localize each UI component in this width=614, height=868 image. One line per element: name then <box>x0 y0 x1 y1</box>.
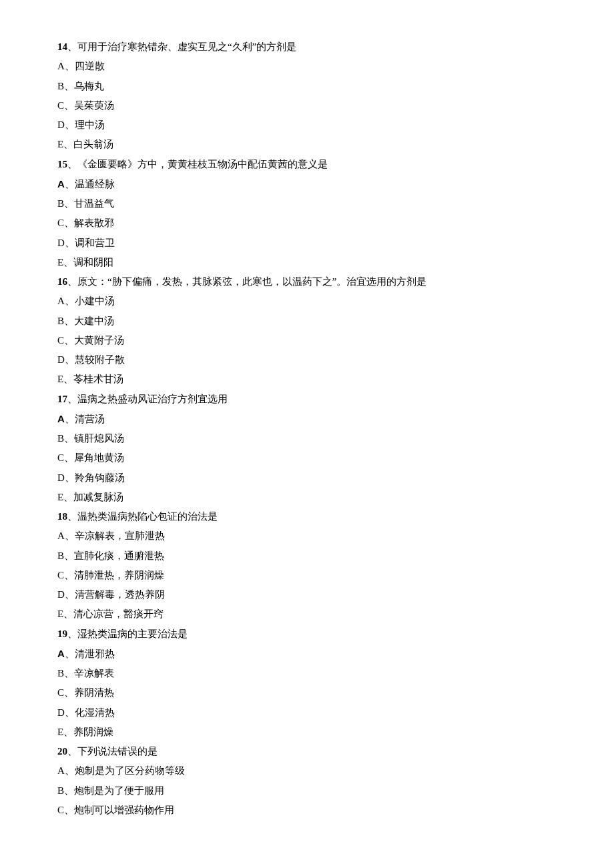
option-text: 大建中汤 <box>74 316 114 326</box>
answer-option: A、清营汤 <box>57 409 557 429</box>
separator: 、 <box>67 628 77 639</box>
question-number: 19 <box>57 628 67 639</box>
question-text: 下列说法错误的是 <box>77 746 158 757</box>
separator: 、 <box>65 238 75 248</box>
answer-option: E、加减复脉汤 <box>57 488 557 507</box>
question-stem: 19、湿热类温病的主要治法是 <box>57 624 557 644</box>
question-text: 《金匮要略》方中，黄黄桂枝五物汤中配伍黄茜的意义是 <box>77 159 328 169</box>
option-letter: D <box>57 589 65 600</box>
question-text: 湿热类温病的主要治法是 <box>77 628 188 639</box>
option-letter: C <box>57 452 64 463</box>
separator: 、 <box>65 61 75 71</box>
separator: 、 <box>64 218 74 228</box>
option-letter: C <box>57 570 64 580</box>
option-text: 炮制可以增强药物作用 <box>74 805 174 815</box>
question-number: 17 <box>57 394 67 404</box>
option-text: 炮制是为了区分药物等级 <box>75 765 185 776</box>
separator: 、 <box>64 198 74 209</box>
separator: 、 <box>64 550 74 561</box>
separator: 、 <box>63 374 73 384</box>
option-text: 宣肺化痰，通腑泄热 <box>74 550 164 561</box>
question-text: 原文：“胁下偏痛，发热，其脉紧弦，此寒也，以温药下之”。治宜选用的方剂是 <box>77 276 426 287</box>
separator: 、 <box>64 100 74 111</box>
option-text: 小建中汤 <box>75 296 115 306</box>
answer-option: A、清泄邪热 <box>57 644 557 664</box>
answer-option: C、大黄附子汤 <box>57 331 557 350</box>
option-letter: E <box>57 139 63 149</box>
option-text: 调和阴阳 <box>73 257 113 268</box>
answer-option: E、调和阴阳 <box>57 253 557 272</box>
option-letter: C <box>57 687 64 698</box>
separator: 、 <box>63 139 73 149</box>
separator: 、 <box>65 296 75 306</box>
separator: 、 <box>64 81 74 91</box>
separator: 、 <box>67 159 77 169</box>
separator: 、 <box>67 746 77 757</box>
option-text: 甘温益气 <box>74 198 114 209</box>
answer-option: B、镇肝熄风汤 <box>57 429 557 448</box>
option-letter: E <box>57 257 63 268</box>
separator: 、 <box>64 687 74 698</box>
answer-option: A、温通经脉 <box>57 174 557 194</box>
answer-option: C、犀角地黄汤 <box>57 448 557 468</box>
option-letter: A <box>57 530 65 541</box>
answer-option: D、羚角钩藤汤 <box>57 468 557 488</box>
separator: 、 <box>63 492 73 502</box>
separator: 、 <box>65 354 75 365</box>
option-text: 乌梅丸 <box>74 81 104 91</box>
answer-option: D、理中汤 <box>57 115 557 135</box>
option-text: 调和营卫 <box>75 238 115 248</box>
answer-option: A、小建中汤 <box>57 292 557 311</box>
answer-option: B、甘温益气 <box>57 194 557 213</box>
option-letter: B <box>57 433 64 444</box>
option-text: 慧较附子散 <box>75 354 125 365</box>
option-letter: A <box>57 61 65 71</box>
question-number: 14 <box>57 41 67 52</box>
option-letter: A <box>57 178 65 189</box>
option-text: 理中汤 <box>75 119 105 130</box>
option-text: 羚角钩藤汤 <box>75 472 125 483</box>
answer-option: B、炮制是为了便于服用 <box>57 781 557 801</box>
option-letter: C <box>57 805 64 815</box>
document-page: 14、可用于治疗寒热错杂、虚实互见之“久利”的方剂是A、四逆散B、乌梅丸C、吴茱… <box>0 0 614 860</box>
question-number: 18 <box>57 511 67 522</box>
answer-option: A、炮制是为了区分药物等级 <box>57 761 557 781</box>
separator: 、 <box>65 472 75 483</box>
option-letter: E <box>57 608 63 619</box>
option-text: 解表散邪 <box>74 218 114 228</box>
separator: 、 <box>64 316 74 326</box>
option-letter: B <box>57 198 64 209</box>
answer-option: B、乌梅丸 <box>57 77 557 96</box>
option-letter: D <box>57 472 65 483</box>
answer-option: C、炮制可以增强药物作用 <box>57 801 557 820</box>
option-text: 辛凉解表，宣肺泄热 <box>75 530 165 541</box>
option-text: 辛凉解表 <box>74 668 114 679</box>
answer-option: A、四逆散 <box>57 57 557 76</box>
separator: 、 <box>64 570 74 580</box>
option-text: 化湿清热 <box>75 707 115 718</box>
answer-option: D、化湿清热 <box>57 703 557 723</box>
answer-option: B、宣肺化痰，通腑泄热 <box>57 546 557 566</box>
option-text: 清泄邪热 <box>75 648 115 659</box>
option-text: 清营解毒，透热养阴 <box>75 589 165 600</box>
separator: 、 <box>64 805 74 815</box>
option-text: 养阴润燥 <box>73 727 113 737</box>
option-letter: B <box>57 81 64 91</box>
option-text: 苓桂术甘汤 <box>73 374 123 384</box>
option-letter: A <box>57 648 65 659</box>
option-text: 吴茱萸汤 <box>74 100 114 111</box>
question-text: 可用于治疗寒热错杂、虚实互见之“久利”的方剂是 <box>77 41 296 52</box>
answer-option: B、辛凉解表 <box>57 664 557 683</box>
separator: 、 <box>65 414 75 424</box>
option-letter: C <box>57 335 64 346</box>
question-stem: 14、可用于治疗寒热错杂、虚实互见之“久利”的方剂是 <box>57 37 557 57</box>
answer-option: D、慧较附子散 <box>57 350 557 370</box>
separator: 、 <box>63 727 73 737</box>
question-stem: 18、温热类温病热陷心包证的治法是 <box>57 507 557 526</box>
separator: 、 <box>67 41 77 52</box>
option-letter: E <box>57 374 63 384</box>
question-text: 温热类温病热陷心包证的治法是 <box>77 511 218 522</box>
answer-option: D、清营解毒，透热养阴 <box>57 585 557 604</box>
option-letter: D <box>57 354 65 365</box>
answer-option: E、白头翁汤 <box>57 135 557 154</box>
